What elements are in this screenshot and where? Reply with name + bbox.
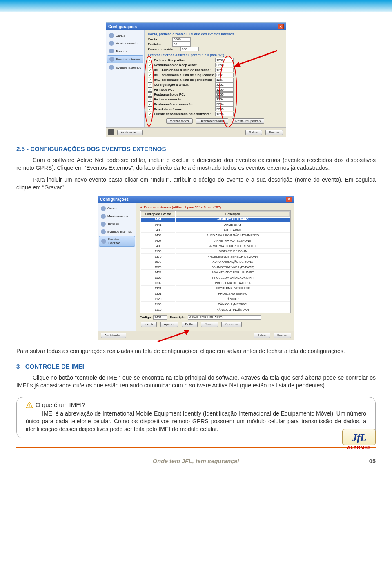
fechar-button[interactable]: Fechar (274, 333, 291, 338)
table-row[interactable]: 1300PROBLEMA SAÍDA AUXILIAR (141, 276, 290, 280)
close-icon[interactable]: ✕ (286, 197, 292, 202)
event-label: Cliente desconectado pelo software: (154, 112, 215, 116)
sidebar-item-eventos-externos[interactable]: Eventos Externos (99, 236, 135, 247)
sidebar-item-label: Eventos Externos (108, 238, 133, 245)
table-row[interactable]: 1573AUTO ANULAÇÃO DE ZONA (141, 260, 290, 264)
event-code-input[interactable]: 3252 (215, 82, 234, 87)
table-row[interactable]: 3407ARME VIA PC/TELEFONE (141, 239, 290, 243)
desmarcar-todos-button[interactable]: Desmarcar todos (196, 118, 228, 124)
table-row[interactable]: 1301PROBLEMA SEM AC (141, 292, 290, 296)
salvar-button[interactable]: Salvar (254, 333, 270, 338)
event-code-input[interactable]: 1254 (215, 97, 234, 102)
assistente-button[interactable]: Assistente... (117, 130, 143, 135)
salvar-button[interactable]: Salvar (245, 130, 262, 135)
cell-descricao: PROBLEMA DE SENSOR DE ZONA (176, 255, 290, 259)
checkbox[interactable]: ✓ (148, 102, 152, 107)
assistente-button[interactable]: Assistente... (101, 333, 126, 338)
section-title: 3 - CONTROLE DE IMEI (16, 363, 376, 370)
cell-codigo: 1300 (141, 276, 175, 280)
event-code-input[interactable]: 1256 (215, 112, 234, 116)
particao-input[interactable]: 00 (172, 42, 191, 47)
table-row[interactable]: 1302PROBLEMA DE BATERIA (141, 281, 290, 286)
page-number: 05 (369, 458, 376, 464)
svg-line-2 (158, 332, 186, 342)
apagar-button[interactable]: Apagar (160, 322, 178, 327)
event-code-input[interactable]: 3254 (215, 102, 234, 107)
cell-codigo: 1100 (141, 302, 175, 307)
event-code-input[interactable]: 1257 (215, 78, 234, 82)
event-label: IMEI adicionado a lista de bloqueados: (154, 73, 215, 77)
events-table[interactable]: Código do Evento Descrição 3401ARME POR … (140, 210, 291, 313)
sidebar-item-gerais[interactable]: Gerais (107, 32, 143, 39)
field-label: Código: (140, 316, 152, 319)
checkbox[interactable]: ✓ (148, 97, 152, 102)
logo-brand: JfL (344, 432, 374, 444)
cancelar-button[interactable]: Cancelar (221, 322, 242, 327)
event-label: Falha de Keep Alive: (154, 58, 215, 62)
restaurar-padrao-button[interactable]: Restaurar padrão (232, 118, 264, 124)
table-row[interactable]: 1321PROBLEMA DE SIRENE (141, 287, 290, 291)
editar-button[interactable]: Editar (182, 322, 198, 327)
checkbox[interactable]: ✓ (148, 92, 152, 97)
close-icon[interactable]: ✕ (278, 24, 284, 29)
descricao-input[interactable]: ARME POR USUÁRIO (188, 315, 261, 320)
fechar-button[interactable]: Fechar (265, 130, 283, 135)
conta-input[interactable]: 0000 (172, 37, 191, 42)
sidebar-item-eventos-externos[interactable]: Eventos Externos (107, 64, 143, 71)
table-row[interactable]: 1120PÂNICO 1 (141, 297, 290, 302)
table-row[interactable]: 3409ARME VIA CONTROLE REMOTO (141, 244, 290, 249)
sidebar-item-monitoramento[interactable]: Monitoramento (99, 213, 135, 220)
table-row[interactable]: 3441ARME STAY (141, 223, 290, 227)
event-code-input[interactable]: 1250 (215, 58, 234, 62)
checkbox[interactable]: ✓ (148, 87, 152, 92)
wizard-icon (108, 129, 114, 135)
cell-codigo: 1130 (141, 249, 175, 254)
incluir-button[interactable]: Incluir (141, 322, 157, 327)
dialog-button-bar: Assistente... Salvar Fechar (106, 127, 286, 137)
table-row[interactable]: 1422PGM ATIVADO POR USUÁRIO (141, 271, 290, 275)
table-row[interactable]: 1370PROBLEMA DE SENSOR DE ZONA (141, 255, 290, 259)
table-row[interactable]: 3404AUTO ARME POR NÃO MOVIMENTO (141, 233, 290, 238)
event-code-input[interactable]: 1255 (215, 87, 234, 92)
checkbox[interactable]: ✓ (148, 107, 152, 111)
sidebar-item-tempos[interactable]: Tempos (99, 220, 135, 228)
table-row[interactable]: 3401ARME POR USUÁRIO (141, 218, 290, 222)
sidebar-item-label: Eventos Internos (116, 58, 140, 61)
sidebar-item-label: Gerais (107, 207, 117, 210)
sidebar-item-eventos-internos[interactable]: Eventos Internos (99, 228, 135, 236)
checkbox[interactable]: ✓ (148, 82, 152, 87)
event-code-input[interactable]: 3251 (215, 73, 234, 77)
event-row: ✓IMEI Adicionado a lista de liberados:12… (148, 68, 283, 72)
event-code-input[interactable]: 3250 (215, 63, 234, 67)
checkbox[interactable]: ✓ (148, 112, 152, 116)
event-row: ✓Configuração alterada:3252 (148, 82, 283, 87)
table-row[interactable]: 1100PÂNICO 2 (MÉDICO) (141, 302, 290, 307)
sidebar-item-gerais[interactable]: Gerais (99, 205, 135, 212)
checkbox[interactable]: ✓ (148, 68, 152, 72)
marcar-todos-button[interactable]: Marcar todos (166, 118, 193, 124)
event-code-input[interactable]: 1251 (215, 68, 234, 72)
event-label: IMEI Adicionado a lista de liberados: (154, 68, 215, 72)
sidebar-item-tempos[interactable]: Tempos (107, 47, 143, 55)
checkbox[interactable]: ✓ (148, 78, 152, 82)
codigo-input[interactable]: 3401 (153, 315, 167, 320)
sidebar-item-eventos-internos[interactable]: Eventos Internos (107, 55, 143, 63)
event-code-input[interactable]: 3255 (215, 92, 234, 97)
checkbox[interactable]: ✓ (148, 63, 152, 67)
table-row[interactable]: 1130DISPARO DE ZONA (141, 249, 290, 254)
checkbox[interactable]: ✓ (148, 73, 152, 77)
window-titlebar: Configurações ✕ (106, 23, 286, 30)
globe-icon (101, 206, 106, 211)
event-code-input[interactable]: 3253 (215, 107, 234, 111)
table-row[interactable]: 1110PÂNICO 3 (INCÊNDIO) (141, 308, 290, 312)
table-row[interactable]: 1570ZONA DESATIVADA (BYPASS) (141, 265, 290, 270)
checkbox[interactable]: ✓ (148, 58, 152, 62)
sidebar-item-monitoramento[interactable]: Monitoramento (107, 40, 143, 47)
monitor-icon (109, 41, 114, 46)
zona-input[interactable]: 000 (180, 47, 199, 51)
gravar-button[interactable]: Gravar (201, 322, 218, 327)
event-ext-icon (109, 65, 114, 70)
table-row[interactable]: 3403AUTO ARME (141, 228, 290, 233)
field-label: Conta: (148, 38, 172, 41)
sidebar-item-label: Gerais (116, 34, 125, 38)
